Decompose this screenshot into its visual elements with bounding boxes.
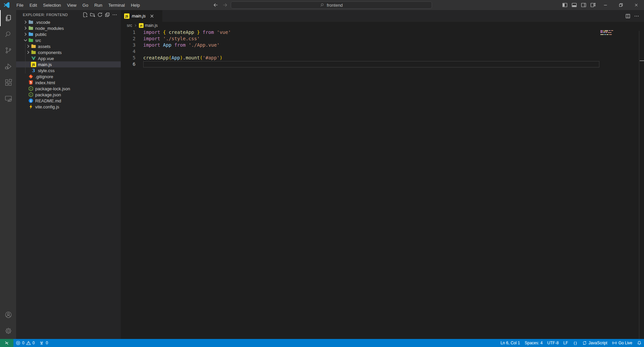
- status-count: 0: [33, 341, 35, 345]
- split-editor-icon[interactable]: [625, 13, 631, 19]
- code-area[interactable]: 1import { createApp } from 'vue'2import …: [121, 29, 644, 339]
- folder-icon: [31, 44, 36, 49]
- command-center[interactable]: frontend: [231, 1, 432, 9]
- tree-item-app-vue[interactable]: App.vue: [16, 55, 121, 61]
- tree-item-package-json[interactable]: jspackage.json: [16, 92, 121, 98]
- status-language-status[interactable]: {}: [571, 339, 580, 347]
- line-content: import { createApp } from 'vue': [136, 29, 231, 36]
- status-remote-indicator[interactable]: [0, 339, 13, 347]
- close-button[interactable]: [629, 0, 644, 10]
- ruler-cursor-mark: [640, 60, 644, 61]
- chevron-spacer: [23, 86, 28, 91]
- status-encoding[interactable]: UTF-8: [545, 339, 561, 347]
- tree-item-components[interactable]: components: [16, 49, 121, 55]
- tree-indent-guide: [25, 43, 25, 73]
- menu-help[interactable]: Help: [128, 0, 143, 10]
- line-number: 5: [121, 55, 136, 61]
- tree-item-assets[interactable]: assets: [16, 43, 121, 49]
- menu-file[interactable]: File: [13, 0, 26, 10]
- activity-extensions[interactable]: [0, 75, 16, 91]
- css-icon: 3: [31, 68, 36, 73]
- new-folder-icon[interactable]: [90, 12, 95, 17]
- folder-icon: [28, 38, 34, 43]
- status-eol[interactable]: LF: [561, 339, 571, 347]
- breadcrumb-item-src[interactable]: src: [127, 23, 132, 28]
- code-line-3[interactable]: 3import App from './App.vue': [121, 42, 644, 48]
- status-language-mode[interactable]: JavaScript: [580, 339, 610, 347]
- tree-item-src[interactable]: src: [16, 37, 121, 43]
- toggle-panel-button[interactable]: [570, 0, 579, 10]
- restore-button[interactable]: [613, 0, 629, 10]
- activity-remote-explorer[interactable]: [0, 91, 16, 107]
- tree-item-style-css[interactable]: 3style.css: [16, 67, 121, 73]
- breadcrumb-item-main-js[interactable]: main.js: [145, 23, 158, 28]
- menu-selection[interactable]: Selection: [40, 0, 64, 10]
- minimize-button[interactable]: [598, 0, 613, 10]
- close-icon[interactable]: [149, 13, 155, 19]
- remote-icon: [4, 341, 9, 345]
- nav-back-button[interactable]: [212, 1, 219, 9]
- breadcrumb[interactable]: srcJSmain.js: [121, 22, 644, 29]
- overview-ruler[interactable]: [639, 31, 644, 339]
- minimap[interactable]: [600, 30, 639, 35]
- new-file-icon[interactable]: [83, 12, 88, 17]
- tree-item-label: public: [35, 32, 47, 37]
- status-ports[interactable]: 0: [37, 339, 50, 347]
- toggle-secondary-sidebar-button[interactable]: [579, 0, 588, 10]
- menu-run[interactable]: Run: [91, 0, 105, 10]
- status-problems[interactable]: 00: [13, 339, 37, 347]
- status-notifications[interactable]: [635, 339, 644, 347]
- tree-item--vscode[interactable]: .vscode: [16, 19, 121, 25]
- tree-item-node-modules[interactable]: node_modules: [16, 25, 121, 31]
- toggle-panel-icon: [572, 2, 577, 8]
- activity-search[interactable]: [0, 26, 16, 42]
- folder-icon: [28, 19, 34, 25]
- menu-view[interactable]: View: [64, 0, 79, 10]
- code-line-4[interactable]: 4: [121, 48, 644, 55]
- tree-item-label: README.md: [35, 98, 61, 103]
- activity-explorer[interactable]: [0, 10, 16, 26]
- collapse-folders-icon[interactable]: [105, 12, 110, 17]
- tree-item-vite-config-js[interactable]: vite.config.js: [16, 104, 121, 110]
- editor-actions: [625, 10, 644, 22]
- activity-run-debug[interactable]: [0, 58, 16, 75]
- nav-forward-button[interactable]: [221, 1, 229, 9]
- chevron-right-icon: [25, 50, 31, 55]
- warning-icon: [26, 341, 31, 345]
- tree-item-readme-md[interactable]: iREADME.md: [16, 98, 121, 104]
- more-actions-icon[interactable]: [112, 12, 117, 17]
- chevron-spacer: [23, 74, 28, 79]
- tree-item-label: .gitignore: [35, 74, 53, 79]
- more-actions-icon[interactable]: [634, 13, 639, 19]
- activity-accounts[interactable]: [0, 307, 16, 323]
- menu-bar: FileEditSelectionViewGoRunTerminalHelp: [13, 0, 143, 10]
- code-line-2[interactable]: 2import './style.css': [121, 36, 644, 42]
- menu-go[interactable]: Go: [79, 0, 91, 10]
- activity-source-control[interactable]: [0, 42, 16, 58]
- json-icon: js: [28, 86, 34, 91]
- chevron-spacer: [25, 62, 31, 67]
- svg-text:3: 3: [32, 68, 35, 73]
- refresh-icon[interactable]: [97, 12, 103, 17]
- status-go-live[interactable]: Go Live: [610, 339, 635, 347]
- tree-item-main-js[interactable]: JSmain.js: [16, 61, 121, 67]
- customize-layout-button[interactable]: [588, 0, 598, 10]
- chevron-spacer: [25, 68, 31, 73]
- status-indentation[interactable]: Spaces: 4: [522, 339, 545, 347]
- tree-item-public[interactable]: public: [16, 31, 121, 37]
- svg-text:JS: JS: [140, 24, 143, 27]
- toggle-sidebar-button[interactable]: [560, 0, 570, 10]
- code-line-5[interactable]: 5createApp(App).mount('#app'): [121, 55, 644, 61]
- tree-item--gitignore[interactable]: .gitignore: [16, 73, 121, 80]
- menu-edit[interactable]: Edit: [26, 0, 40, 10]
- activity-settings[interactable]: [0, 323, 16, 339]
- tab-main-js[interactable]: JS main.js: [121, 10, 163, 22]
- svg-text:js: js: [30, 87, 32, 90]
- tree-item-index-html[interactable]: 5index.html: [16, 80, 121, 86]
- command-center-label: frontend: [327, 3, 343, 8]
- status-cursor-position[interactable]: Ln 6, Col 1: [498, 339, 522, 347]
- tree-item-package-lock-json[interactable]: jspackage-lock.json: [16, 86, 121, 92]
- menu-terminal[interactable]: Terminal: [105, 0, 128, 10]
- code-line-6[interactable]: 6: [121, 61, 644, 67]
- code-line-1[interactable]: 1import { createApp } from 'vue': [121, 29, 644, 36]
